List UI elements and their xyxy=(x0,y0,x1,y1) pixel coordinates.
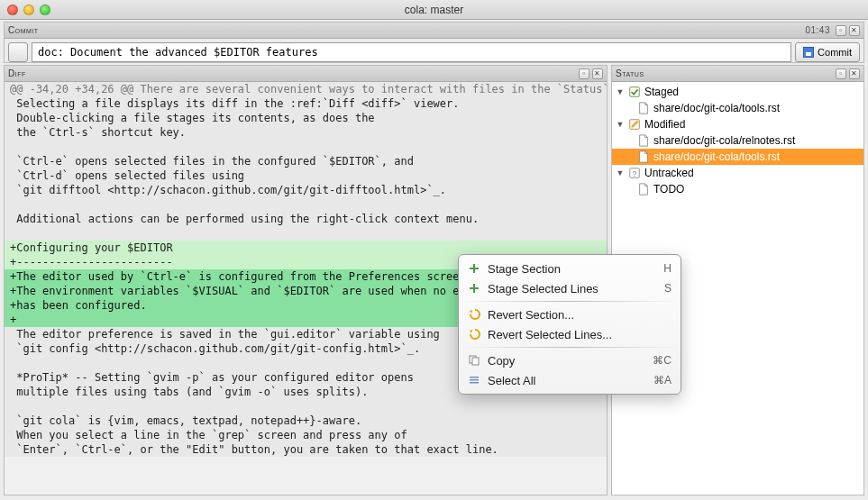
expand-icon[interactable]: ▼ xyxy=(616,168,625,177)
status-group-staged[interactable]: ▼Staged xyxy=(612,84,863,100)
diff-panel-title: Diff xyxy=(8,68,579,78)
menu-item-label: Copy xyxy=(488,354,645,368)
status-file-item[interactable]: TODO xyxy=(612,181,863,197)
status-panel-title: Status xyxy=(616,68,836,78)
diff-line[interactable]: Additional actions can be performed usin… xyxy=(5,212,607,226)
menu-item-copy[interactable]: Copy⌘C xyxy=(459,350,681,370)
commit-panel-title: Commit xyxy=(8,25,805,35)
menu-item-label: Stage Section xyxy=(488,262,656,276)
menu-item-select-all[interactable]: Select All⌘A xyxy=(459,370,681,390)
diff-line[interactable] xyxy=(5,399,607,414)
status-file-path: share/doc/git-cola/tools.rst xyxy=(653,102,780,114)
panel-close-button[interactable]: ✕ xyxy=(849,68,860,79)
menu-item-shortcut: S xyxy=(664,282,672,295)
menu-item-revert-section[interactable]: Revert Section... xyxy=(459,305,681,324)
status-file-item[interactable]: share/doc/git-cola/relnotes.rst xyxy=(612,132,863,149)
status-file-path: share/doc/git-cola/relnotes.rst xyxy=(653,134,795,147)
lines-icon xyxy=(468,374,480,386)
diff-line[interactable]: `Ctrl-e` opens selected files in the con… xyxy=(5,154,607,168)
status-tree[interactable]: ▼Stagedshare/doc/git-cola/tools.rst▼Modi… xyxy=(612,82,863,199)
panel-close-button[interactable]: ✕ xyxy=(592,68,603,79)
menu-item-label: Select All xyxy=(488,374,646,387)
file-icon xyxy=(637,102,650,114)
status-group-label: Modified xyxy=(644,118,685,131)
svg-rect-20 xyxy=(470,379,479,381)
svg-text:?: ? xyxy=(633,169,637,178)
svg-rect-9 xyxy=(630,87,640,97)
titlebar: cola: master xyxy=(0,0,868,20)
diff-line[interactable]: @@ -34,20 +34,26 @@ There are several co… xyxy=(5,82,607,96)
menu-item-stage-section[interactable]: Stage SectionH xyxy=(459,259,681,278)
undo-icon xyxy=(468,328,480,341)
untracked-icon: ? xyxy=(628,167,641,179)
file-icon xyxy=(637,183,650,195)
menu-item-revert-selected-lines[interactable]: Revert Selected Lines... xyxy=(459,324,681,344)
diff-line[interactable]: Double-clicking a file stages its conten… xyxy=(5,111,607,125)
diff-line[interactable]: `Ctrl-d` opens selected files using xyxy=(5,168,607,183)
file-icon xyxy=(637,150,650,163)
commit-message-input[interactable] xyxy=(32,42,791,62)
svg-rect-14 xyxy=(470,268,479,269)
expand-icon[interactable]: ▼ xyxy=(616,87,625,96)
status-file-path: share/doc/git-cola/tools.rst xyxy=(653,150,780,163)
menu-item-label: Revert Section... xyxy=(488,308,664,322)
status-group-label: Untracked xyxy=(644,167,694,179)
file-icon xyxy=(637,134,650,147)
commit-button-label: Commit xyxy=(818,47,852,58)
menu-item-stage-selected-lines[interactable]: Stage Selected LinesS xyxy=(459,278,681,298)
diff-line[interactable]: Selecting a file displays its diff in th… xyxy=(5,96,607,111)
status-group-untracked[interactable]: ▼?Untracked xyxy=(612,165,863,181)
svg-rect-18 xyxy=(472,358,479,365)
status-group-label: Staged xyxy=(644,86,679,98)
status-group-modified[interactable]: ▼Modified xyxy=(612,116,863,132)
svg-rect-19 xyxy=(470,377,479,378)
panel-float-button[interactable]: ▫ xyxy=(836,68,846,79)
status-file-path: TODO xyxy=(653,183,684,195)
menu-item-shortcut: H xyxy=(663,262,672,275)
panel-float-button[interactable]: ▫ xyxy=(579,68,589,79)
menu-separator xyxy=(462,347,677,348)
plus-icon xyxy=(468,262,480,275)
commit-options-button[interactable] xyxy=(8,42,28,62)
diff-line[interactable] xyxy=(5,140,607,154)
panel-float-button[interactable]: ▫ xyxy=(836,25,846,36)
save-icon xyxy=(803,47,814,58)
menu-item-label: Revert Selected Lines... xyxy=(488,328,664,341)
plus-icon xyxy=(468,282,480,295)
staged-icon xyxy=(628,86,641,98)
menu-item-shortcut: ⌘C xyxy=(653,354,672,367)
diff-line[interactable]: `Enter`, `Ctrl-e`, or the "Edit" button,… xyxy=(5,442,607,457)
window-title: cola: master xyxy=(0,4,868,16)
status-file-item[interactable]: share/doc/git-cola/tools.rst xyxy=(612,100,863,116)
svg-rect-21 xyxy=(470,382,479,384)
copy-icon xyxy=(468,354,480,367)
svg-rect-16 xyxy=(470,287,479,289)
diff-line[interactable]: the `Ctrl-s` shortcut key. xyxy=(5,125,607,140)
expand-icon[interactable]: ▼ xyxy=(616,120,625,129)
commit-panel: Commit 01:43 ▫ ✕ Commit xyxy=(4,22,864,63)
diff-line[interactable] xyxy=(5,226,607,241)
menu-item-label: Stage Selected Lines xyxy=(488,282,657,295)
commit-button[interactable]: Commit xyxy=(795,42,860,62)
diff-line[interactable]: `git cola` is {vim, emacs, textpad, note… xyxy=(5,414,607,428)
diff-line[interactable]: +Configuring your $EDITOR xyxy=(5,241,607,255)
menu-separator xyxy=(462,301,677,302)
panel-close-button[interactable]: ✕ xyxy=(849,25,860,36)
diff-line[interactable] xyxy=(5,197,607,212)
diff-context-menu: Stage SectionHStage Selected LinesSRever… xyxy=(458,254,681,395)
undo-icon xyxy=(468,308,480,321)
modified-icon xyxy=(628,118,641,131)
diff-line[interactable]: `git difftool <http://schacon.github.com… xyxy=(5,183,607,197)
status-file-item[interactable]: share/doc/git-cola/tools.rst xyxy=(612,149,863,165)
diff-line[interactable]: When you select a line in the `grep` scr… xyxy=(5,428,607,442)
commit-time: 01:43 xyxy=(805,25,830,35)
menu-item-shortcut: ⌘A xyxy=(653,374,672,386)
